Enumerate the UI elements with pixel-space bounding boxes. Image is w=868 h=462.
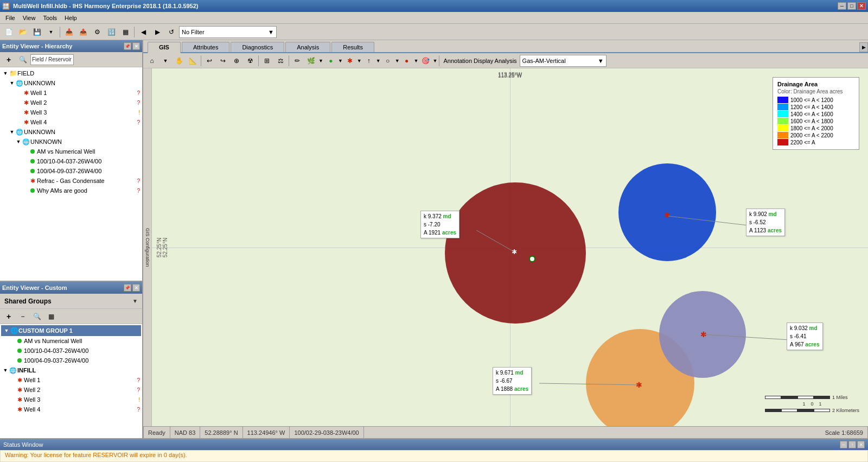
gis-sep2 [258,55,259,66]
gis-home-button[interactable]: ⌂ [145,54,158,67]
status-scale: Scale 1:68659 [821,427,868,438]
c-add-button[interactable]: + [2,310,15,323]
sw-expand-button[interactable]: ↑ [848,441,856,448]
tree-item-field[interactable]: ▼ 📁 FIELD [1,68,141,78]
tab-diagnostics[interactable]: Diagnostics [231,42,284,52]
menu-view[interactable]: View [20,14,39,22]
hierarchy-close-button[interactable]: ✕ [132,42,140,50]
infill-header[interactable]: ▼ 🌐 INFILL [1,365,141,375]
gis-leaf-button[interactable]: 🌿 [304,54,317,67]
tab-results[interactable]: Results [331,42,374,52]
gis-scale-button[interactable]: ⚖ [274,54,287,67]
import-button[interactable]: 📥 [62,26,75,39]
infill-well4[interactable]: ✱ Well 4 ? [1,404,141,414]
c-search-button[interactable]: 🔍 [30,310,43,323]
menu-tools[interactable]: Tools [40,14,60,22]
custom-pin-button[interactable]: 📌 [124,284,131,292]
gis-edit-button[interactable]: ✏ [291,54,304,67]
hierarchy-title: Entity Viewer - Hierarchy [2,43,72,49]
gis-dot-button[interactable]: ● [324,54,337,67]
new-button[interactable]: 📄 [2,26,15,39]
expand-cg1-icon[interactable]: ▼ [3,328,10,333]
infill-well2[interactable]: ✱ Well 2 ? [1,385,141,395]
gis-layer-button[interactable]: ⊕ [230,54,243,67]
gis-radiation-button[interactable]: ☢ [244,54,257,67]
tree-item-well2[interactable]: ✱ Well 2 ? [1,98,141,107]
gis-red-dot-button[interactable]: ● [400,54,413,67]
tab-analysis[interactable]: Analysis [285,42,330,52]
globe-icon: 🌐 [15,80,24,87]
map-canvas[interactable]: 113.25°W 52.25°N ✱ ✱ ✱ ✱ [152,68,868,426]
gis-star-btn[interactable]: ✱ [343,54,356,67]
tree-item-am[interactable]: AM vs Numerical Well [1,147,141,156]
gis-pan-button[interactable]: ✋ [173,54,186,67]
back-button[interactable]: ◀ [137,26,150,39]
grid-button[interactable]: ▦ [119,26,132,39]
gis-grid-button[interactable]: ⊞ [260,54,273,67]
save-dropdown[interactable]: ▼ [44,26,58,39]
tree-item-100-04[interactable]: 100/04-09-037-26W4/00 [1,166,141,176]
tree-item-unknown2[interactable]: ▼ 🌐 UNKNOWN [1,127,141,137]
gis-dropdown-button[interactable]: ▼ [159,54,172,67]
hierarchy-pin-button[interactable]: 📌 [124,42,131,50]
expand-unknown3-icon[interactable]: ▼ [15,139,22,144]
gis-measure-button[interactable]: 📐 [186,54,199,67]
expand-unknown1-icon[interactable]: ▼ [9,80,15,86]
gis-circle-button[interactable]: ○ [381,54,394,67]
infill-well3[interactable]: ✱ Well 3 ! [1,395,141,404]
annotation-1: k 9.372 md s -7.20 A 1921 acres [420,211,459,238]
expand-unknown2-icon[interactable]: ▼ [9,129,15,135]
cg1-am[interactable]: AM vs Numerical Well [1,336,141,346]
h-add-button[interactable]: + [2,53,15,66]
save-button[interactable]: 💾 [30,26,43,39]
tab-gis[interactable]: GIS [148,42,181,53]
c-remove-button[interactable]: − [16,310,29,323]
tree-item-why[interactable]: Why AMs are good ? [1,186,141,195]
tree-item-well3[interactable]: ✱ Well 3 ! [1,107,141,117]
minimize-button[interactable]: ─ [838,2,846,10]
tree-item-well1[interactable]: ✱ Well 1 ? [1,88,141,98]
cg1-100-10[interactable]: 100/10-04-037-26W4/00 [1,346,141,356]
calc-button[interactable]: 🔢 [105,26,118,39]
h-search-input[interactable]: Field / Reservoir [30,54,74,65]
menu-file[interactable]: File [2,14,18,22]
tab-attributes[interactable]: Attributes [182,42,229,52]
expand-field-icon[interactable]: ▼ [2,71,9,76]
gis-target-button[interactable]: 🎯 [419,54,432,67]
tabs-end-button[interactable]: ▶ [859,42,868,52]
tree-item-well4[interactable]: ✱ Well 4 ? [1,117,141,127]
refresh-button[interactable]: ↺ [165,26,178,39]
gis-arrow-button[interactable]: ↑ [362,54,375,67]
settings-button[interactable]: ⚙ [91,26,104,39]
status-warning: Warning: Your license for feature RESERV… [0,450,868,462]
custom-close-button[interactable]: ✕ [132,284,140,292]
c-grid-button[interactable]: ▦ [44,310,58,323]
infill-well1[interactable]: ✱ Well 1 ? [1,375,141,385]
sw-close-button[interactable]: ✕ [857,441,865,448]
sw-minimize-button[interactable]: ─ [840,441,847,448]
close-button[interactable]: ✕ [857,2,866,10]
menu-help[interactable]: Help [61,14,80,22]
tree-item-refrac[interactable]: ✱ Refrac - Gas Condensate ? [1,176,141,186]
shared-groups-arrow-icon[interactable]: ▼ [132,298,138,304]
open-button[interactable]: 📂 [16,26,29,39]
h-search-button[interactable]: 🔍 [16,53,29,66]
tree-item-unknown3[interactable]: ▼ 🌐 UNKNOWN [1,137,141,147]
folder-icon: 📁 [9,69,17,77]
expand-infill-icon[interactable]: ▼ [2,368,9,373]
gis-redo-button[interactable]: ↪ [216,54,229,67]
title-text: MultiWell Infill.hldb - IHS Harmony Ente… [13,3,199,9]
annotation-dropdown[interactable]: Gas-AM-Vertical ▼ [520,55,607,67]
forward-button[interactable]: ▶ [151,26,164,39]
shared-groups-label: Shared Groups [4,298,52,305]
coord-top-label: 113.25°W [498,73,522,79]
tabs-bar: GIS Attributes Diagnostics Analysis Resu… [143,40,868,53]
tree-item-100-10[interactable]: 100/10-04-037-26W4/00 [1,156,141,166]
custom-group-1-header[interactable]: ▼ 🌐 CUSTOM GROUP 1 [1,325,141,336]
tree-item-unknown1[interactable]: ▼ 🌐 UNKNOWN [1,78,141,88]
filter-dropdown[interactable]: No Filter ▼ [179,26,277,38]
gis-undo-button[interactable]: ↩ [203,54,216,67]
export-button[interactable]: 📤 [76,26,90,39]
cg1-100-04[interactable]: 100/04-09-037-26W4/00 [1,356,141,365]
maximize-button[interactable]: □ [847,2,856,10]
